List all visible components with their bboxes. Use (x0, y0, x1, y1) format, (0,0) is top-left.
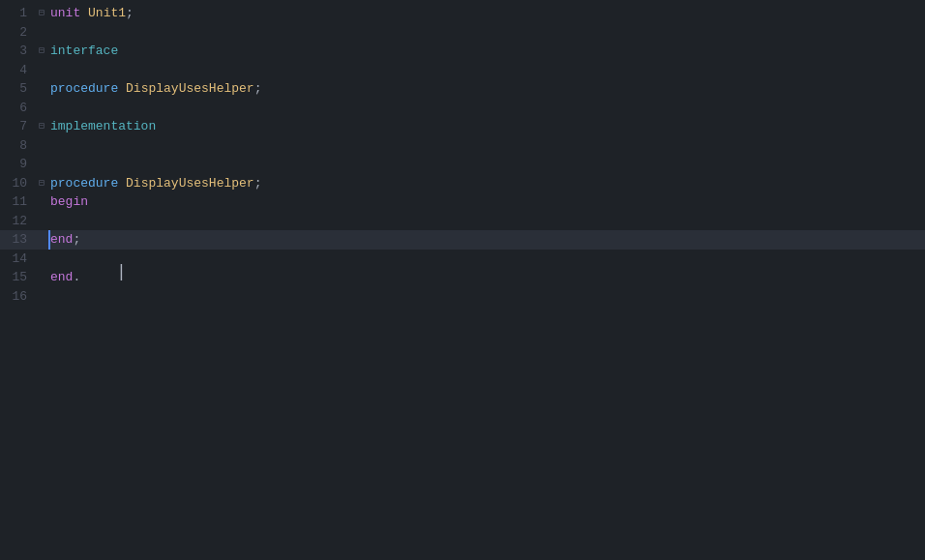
line-content-10: procedure DisplayUsesHelper; (48, 174, 925, 193)
line-content-11: begin (48, 192, 925, 212)
line-fold-3[interactable]: ⊟ (35, 44, 48, 58)
line-content-13: end; (48, 230, 925, 250)
code-line-15: 15end. (0, 268, 925, 287)
line-number-7: 7 (0, 117, 35, 136)
line-number-15: 15 (0, 268, 35, 287)
line-number-2: 2 (0, 23, 35, 43)
line-number-9: 9 (0, 155, 35, 174)
line-fold-1[interactable]: ⊟ (35, 6, 48, 20)
code-line-2: 2 (0, 23, 925, 43)
line-content-3: interface (48, 42, 925, 61)
line-content-16 (48, 287, 925, 307)
code-line-9: 9 (0, 155, 925, 174)
line-number-4: 4 (0, 61, 35, 80)
line-content-6 (48, 99, 925, 118)
code-line-11: 11begin (0, 192, 925, 212)
line-fold-7[interactable]: ⊟ (35, 119, 48, 133)
code-line-16: 16 (0, 287, 925, 307)
line-content-4 (48, 61, 925, 80)
code-line-3: 3⊟interface (0, 42, 925, 61)
code-line-14: 14 (0, 250, 925, 269)
line-number-8: 8 (0, 136, 35, 156)
code-line-10: 10⊟procedure DisplayUsesHelper; (0, 174, 925, 193)
line-number-1: 1 (0, 4, 35, 23)
code-line-6: 6 (0, 99, 925, 118)
line-number-12: 12 (0, 212, 35, 231)
line-content-7: implementation (48, 117, 925, 136)
code-line-1: 1⊟unit Unit1; (0, 4, 925, 23)
code-line-7: 7⊟implementation (0, 117, 925, 136)
line-number-14: 14 (0, 250, 35, 269)
code-line-13: 13end; (0, 230, 925, 250)
line-content-14 (48, 250, 925, 269)
line-number-3: 3 (0, 42, 35, 61)
line-fold-10[interactable]: ⊟ (35, 176, 48, 191)
line-number-16: 16 (0, 287, 35, 307)
line-number-11: 11 (0, 192, 35, 212)
code-editor[interactable]: 1⊟unit Unit1;2 3⊟interface4 5procedure D… (0, 0, 925, 560)
code-line-4: 4 (0, 61, 925, 80)
line-number-13: 13 (0, 230, 35, 250)
line-content-1: unit Unit1; (48, 4, 925, 23)
line-content-2 (48, 23, 925, 43)
line-content-8 (48, 136, 925, 156)
line-content-12 (48, 212, 925, 231)
code-line-5: 5procedure DisplayUsesHelper; (0, 79, 925, 99)
line-number-6: 6 (0, 99, 35, 118)
code-line-12: 12 (0, 212, 925, 231)
line-content-9 (48, 155, 925, 174)
code-lines: 1⊟unit Unit1;2 3⊟interface4 5procedure D… (0, 0, 925, 309)
line-content-15: end. (48, 268, 925, 287)
code-line-8: 8 (0, 136, 925, 156)
line-content-5: procedure DisplayUsesHelper; (48, 79, 925, 99)
line-number-5: 5 (0, 79, 35, 99)
line-number-10: 10 (0, 174, 35, 193)
